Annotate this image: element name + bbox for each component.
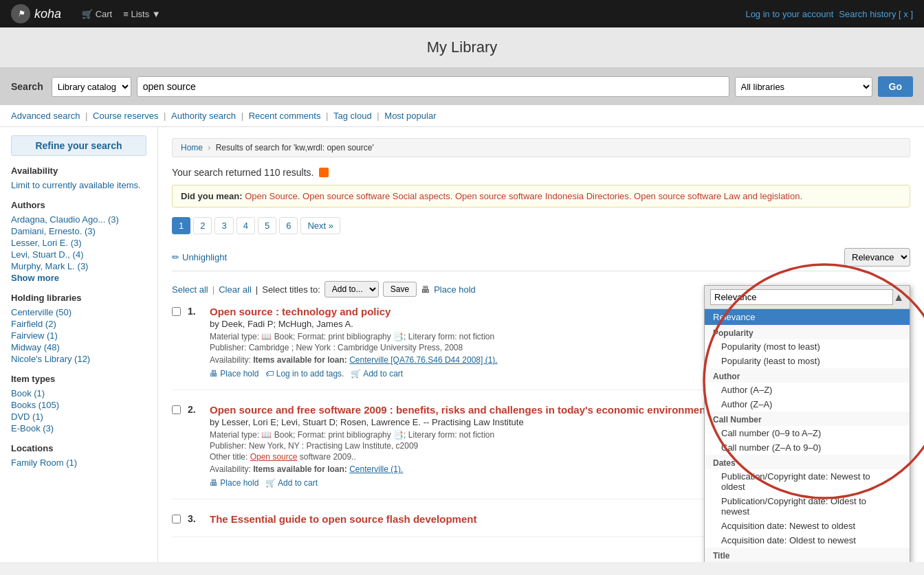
sidebar-lib-fairfield[interactable]: Fairfield (2) (11, 319, 146, 329)
site-title: My Library (11, 38, 913, 56)
suggestion-2[interactable]: Open source software Social aspects. (302, 191, 452, 201)
subnav-most-popular[interactable]: Most popular (384, 111, 436, 121)
sidebar-heading-availability: Availability (11, 166, 146, 176)
search-label: Search (11, 81, 43, 92)
result-2-add-cart[interactable]: 🛒 Add to cart (265, 478, 318, 488)
sort-option-author-za[interactable]: Author (Z–A) (705, 397, 910, 411)
pagination-next[interactable]: Next » (300, 217, 340, 234)
sidebar-lib-centerville[interactable]: Centerville (50) (11, 307, 146, 317)
sidebar-author-4[interactable]: Levi, Stuart D., (4) (11, 249, 146, 260)
cart-link[interactable]: 🛒 Cart (82, 9, 112, 19)
sidebar-type-books[interactable]: Books (105) (11, 400, 146, 410)
sidebar-type-ebook[interactable]: E-Book (3) (11, 423, 146, 433)
clear-all-link[interactable]: Clear all (219, 284, 252, 295)
result-2-title-highlight: Open source (210, 404, 273, 416)
sort-option-acq-newest[interactable]: Acquisition date: Newest to oldest (705, 519, 910, 533)
sidebar-item-available[interactable]: Limit to currently available items. (11, 180, 146, 190)
result-1-place-hold[interactable]: 🖶 Place hold (210, 369, 258, 379)
result-2-place-hold[interactable]: 🖶 Place hold (210, 478, 258, 488)
sidebar-loc-familyroom[interactable]: Family Room (1) (11, 458, 146, 468)
subnav-tag-cloud[interactable]: Tag cloud (333, 111, 372, 121)
sort-option-acq-oldest[interactable]: Acquisition date: Oldest to newest (705, 533, 910, 548)
suggestion-3[interactable]: Open source software Indonesia Directori… (455, 191, 632, 201)
results-area: Home › Results of search for 'kw,wrdl: o… (158, 127, 924, 562)
sidebar: Refine your search Availability Limit to… (0, 127, 158, 562)
result-1-avail-link[interactable]: Centerville [QA76.76.S46 D44 2008] (1). (349, 355, 497, 365)
sort-header: ▲ (705, 286, 910, 309)
sort-option-pop-least[interactable]: Popularity (least to most) (705, 354, 910, 368)
sidebar-show-more[interactable]: Show more (11, 273, 146, 283)
search-input[interactable] (137, 76, 729, 97)
add-to-select[interactable]: Add to... (324, 281, 379, 297)
sort-option-call-za[interactable]: Call number (Z–A to 9–0) (705, 440, 910, 455)
subnav-course-reserves[interactable]: Course reserves (93, 111, 158, 121)
sidebar-author-1[interactable]: Ardagna, Claudio Ago... (3) (11, 214, 146, 225)
sidebar-author-5[interactable]: Murphy, Mark L. (3) (11, 261, 146, 271)
logo-icon: ⚑ (11, 4, 30, 23)
topbar-right: Log in to your account Search history [ … (745, 9, 913, 19)
search-history-link[interactable]: Search history [ x ] (839, 9, 913, 19)
suggestion-1[interactable]: Open Source. (245, 191, 300, 201)
rss-icon[interactable] (319, 168, 329, 177)
result-3-title[interactable]: The Essential guide to open source flash… (210, 513, 476, 525)
sidebar-author-3[interactable]: Lesser, Lori E. (3) (11, 238, 146, 248)
page-2[interactable]: 2 (193, 217, 212, 234)
sort-option-pop-most[interactable]: Popularity (most to least) (705, 339, 910, 354)
result-2-other-title-link[interactable]: Open source (250, 452, 298, 462)
breadcrumb: Home › Results of search for 'kw,wrdl: o… (172, 138, 910, 157)
sort-group-title: Title (705, 548, 910, 562)
sidebar-type-book[interactable]: Book (1) (11, 388, 146, 398)
sort-header-input[interactable] (710, 289, 893, 305)
login-link[interactable]: Log in to your account (745, 9, 833, 19)
subnav-advanced-search[interactable]: Advanced search (11, 111, 80, 121)
sort-dropdown-toggle[interactable]: ▲ (893, 291, 904, 304)
result-1-add-tags[interactable]: 🏷 Log in to add tags. (265, 369, 344, 379)
sidebar-lib-fairview[interactable]: Fairview (1) (11, 330, 146, 341)
sidebar-author-2[interactable]: Damiani, Ernesto. (3) (11, 226, 146, 236)
page-6[interactable]: 6 (279, 217, 298, 234)
result-2-avail-link[interactable]: Centerville (1). (349, 464, 403, 474)
sort-option-pub-oldest[interactable]: Publication/Copyright date: Oldest to ne… (705, 494, 910, 519)
sidebar-heading-locations: Locations (11, 443, 146, 453)
result-3-checkbox[interactable] (172, 515, 181, 523)
searchbar: Search Library catalog Author Title Subj… (0, 68, 924, 105)
sort-option-call-09[interactable]: Call number (0–9 to A–Z) (705, 426, 910, 440)
page-3[interactable]: 3 (214, 217, 233, 234)
library-select[interactable]: All libraries Centerville Fairfield (735, 77, 872, 97)
page-5[interactable]: 5 (258, 217, 276, 234)
sidebar-lib-nicoles[interactable]: Nicole's Library (12) (11, 354, 146, 364)
result-2-checkbox[interactable] (172, 405, 181, 414)
toolbar-right: Relevance (844, 248, 910, 267)
breadcrumb-home[interactable]: Home (181, 143, 203, 153)
select-all-link[interactable]: Select all (172, 284, 208, 295)
suggestion-4[interactable]: Open source software Law and legislation… (634, 191, 802, 201)
result-2-title[interactable]: Open source and free software 2009 : ben… (210, 404, 709, 416)
search-go-button[interactable]: Go (878, 76, 913, 97)
sort-select[interactable]: Relevance (844, 248, 910, 267)
lists-link[interactable]: ≡ Lists ▼ (123, 9, 160, 19)
subnav-recent-comments[interactable]: Recent comments (249, 111, 321, 121)
subnav: Advanced search | Course reserves | Auth… (0, 105, 924, 127)
sort-group-author: Author (705, 368, 910, 383)
subnav-authority-search[interactable]: Authority search (171, 111, 236, 121)
sidebar-lib-midway[interactable]: Midway (48) (11, 342, 146, 352)
result-1-checkbox[interactable] (172, 307, 181, 316)
sort-option-pub-newest[interactable]: Publication/Copyright date: Newest to ol… (705, 469, 910, 494)
topbar-nav: 🛒 Cart ≡ Lists ▼ (82, 9, 161, 19)
search-type-select[interactable]: Library catalog Author Title Subject (52, 77, 131, 97)
result-1-add-cart[interactable]: 🛒 Add to cart (351, 369, 403, 379)
unhighlight-link[interactable]: ✏ Unhighlight (172, 252, 227, 262)
save-button[interactable]: Save (383, 282, 417, 297)
breadcrumb-current: Results of search for 'kw,wrdl: open sou… (216, 143, 374, 153)
sitebar: My Library (0, 27, 924, 68)
sidebar-type-dvd[interactable]: DVD (1) (11, 411, 146, 422)
sidebar-heading-libraries: Holding libraries (11, 293, 146, 303)
sort-option-relevance[interactable]: Relevance (705, 309, 910, 325)
page-4[interactable]: 4 (236, 217, 255, 234)
sort-group-dates: Dates (705, 455, 910, 469)
sort-option-author-az[interactable]: Author (A–Z) (705, 383, 910, 397)
place-hold-top-link[interactable]: Place hold (434, 284, 476, 295)
refine-title: Refine your search (11, 135, 146, 156)
page-1[interactable]: 1 (172, 217, 190, 234)
result-1-title[interactable]: Open source : technology and policy (210, 306, 390, 317)
